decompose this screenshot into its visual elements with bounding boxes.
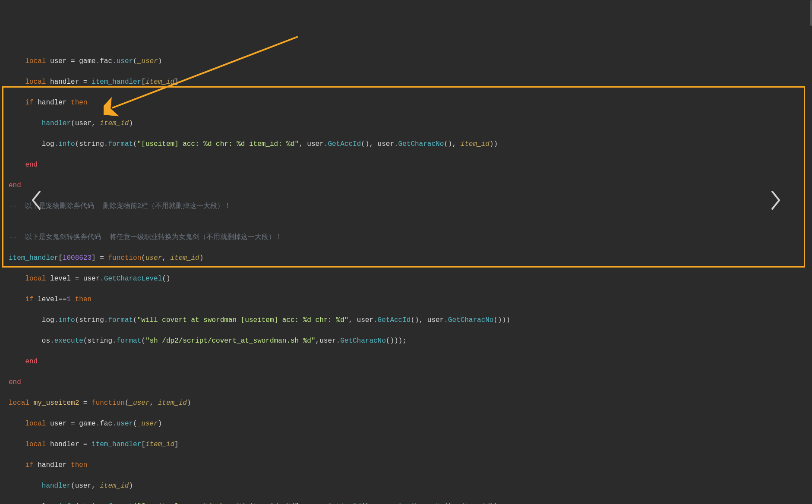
scrollbar-thumb[interactable] — [810, 0, 812, 26]
code-line: log.info(string.format("[useitem] acc: %… — [9, 139, 803, 149]
code-line: local user = game.fac.user(_user) — [9, 56, 803, 66]
code-line: handler(user, item_id) — [9, 118, 803, 129]
code-line: -- 以下是宠物删除券代码 删除宠物前2栏（不用就删掉这一大段）！ — [9, 201, 803, 211]
code-line: end — [9, 377, 803, 387]
code-line: if level==1 then — [9, 294, 803, 305]
code-editor-pane[interactable]: local user = game.fac.user(_user) local … — [9, 46, 803, 504]
code-line: local user = game.fac.user(_user) — [9, 419, 803, 429]
code-line: end — [9, 180, 803, 191]
chevron-right-icon — [770, 190, 782, 211]
code-line: handler(user, item_id) — [9, 481, 803, 491]
code-line: if handler then — [9, 460, 803, 470]
code-line: log.info(string.format("will covert at s… — [9, 315, 803, 325]
code-line: -- 以下是女鬼剑转换券代码 将任意一级职业转换为女鬼剑（不用就删掉这一大段）！ — [9, 232, 803, 243]
code-line: end — [9, 160, 803, 170]
code-line: end — [9, 356, 803, 367]
gallery-prev-button[interactable] — [26, 190, 47, 211]
code-line: local level = user.GetCharacLevel() — [9, 274, 803, 284]
code-line: if handler then — [9, 98, 803, 108]
code-line: item_handler[1008623] = function(user, i… — [9, 253, 803, 263]
code-line: local my_useitem2 = function(_user, item… — [9, 398, 803, 408]
gallery-next-button[interactable] — [765, 190, 786, 211]
code-line: log.info(string.format("[useitem] acc: %… — [9, 501, 803, 504]
code-line: local handler = item_handler[item_id] — [9, 439, 803, 450]
chevron-left-icon — [30, 190, 42, 211]
code-line: os.execute(string.format("sh /dp2/script… — [9, 336, 803, 346]
code-line: local handler = item_handler[item_id] — [9, 77, 803, 87]
